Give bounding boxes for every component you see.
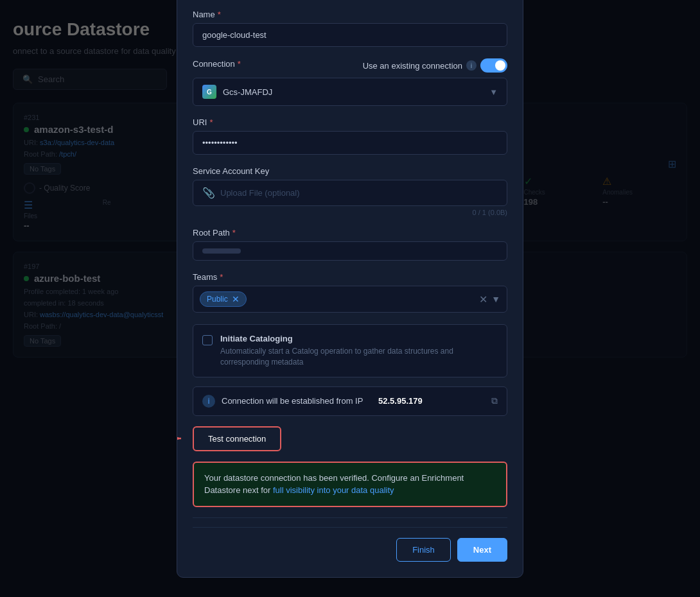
uri-input[interactable] [193,131,507,155]
connection-select-wrapper: G Gcs-JMAFDJ ▼ [193,78,507,106]
modal-footer: Finish Next [193,527,507,562]
ip-address: 52.5.95.179 [378,396,423,406]
modal-overlay: Name * Connection * Use an existing conn… [0,0,700,597]
connection-select[interactable]: G Gcs-JMAFDJ ▼ [193,78,507,106]
upload-area[interactable]: 📎 Upload File (optional) [193,180,507,206]
connection-row: Connection * Use an existing connection … [193,58,507,73]
initiate-title: Initiate Cataloging [220,334,498,343]
footer-divider [193,517,507,518]
teams-dropdown-icon[interactable]: ▼ [491,294,500,304]
ip-info-icon: i [202,395,215,408]
paperclip-icon: 📎 [202,187,215,199]
select-arrow-icon: ▼ [489,87,498,97]
test-connection-button[interactable]: Test connection [193,426,281,451]
teams-actions: ✕ ▼ [479,293,500,306]
info-icon[interactable]: i [466,60,477,71]
team-public-tag: Public ✕ [200,291,247,307]
root-path-input-display[interactable] [193,241,507,261]
arrow-indicator [177,429,186,448]
ip-info-box: i Connection will be established from IP… [193,386,507,416]
test-connection-row: Test connection [193,426,507,451]
name-required: * [218,10,221,19]
name-group: Name * [193,10,507,47]
uri-label: URI * [193,117,507,127]
ip-text-prefix: Connection will be established from IP [222,396,363,406]
root-path-label: Root Path * [193,228,507,238]
name-label: Name * [193,10,507,19]
finish-button[interactable]: Finish [396,538,451,562]
copy-icon[interactable]: ⧉ [491,395,498,406]
use-existing-label: Use an existing connection i [363,58,507,73]
connection-group: Connection * Use an existing connection … [193,58,507,106]
gcs-icon: G [202,85,216,99]
name-input[interactable] [193,23,507,47]
initiate-content: Initiate Cataloging Automatically start … [220,334,498,368]
teams-wrapper[interactable]: Public ✕ ✕ ▼ [193,286,507,313]
uri-group: URI * [193,117,507,155]
upload-size: 0 / 1 (0.0B) [193,209,507,216]
modal: Name * Connection * Use an existing conn… [177,0,523,578]
service-key-group: Service Account Key 📎 Upload File (optio… [193,166,507,216]
root-path-blur [202,248,241,254]
connection-label: Connection * [193,59,241,69]
service-key-label: Service Account Key [193,166,507,176]
team-remove-icon[interactable]: ✕ [232,294,240,304]
upload-placeholder: Upload File (optional) [220,188,300,198]
teams-label: Teams * [193,272,507,282]
initiate-cataloging-box: Initiate Cataloging Automatically start … [193,324,507,377]
initiate-desc: Automatically start a Catalog operation … [220,346,498,368]
next-button[interactable]: Next [457,538,507,562]
teams-clear-icon[interactable]: ✕ [479,293,487,306]
root-path-group: Root Path * [193,228,507,261]
success-text-link[interactable]: full visibility into your data quality [273,485,394,495]
uri-input-wrapper [193,131,507,155]
use-existing-toggle[interactable] [480,58,507,73]
teams-group: Teams * Public ✕ ✕ ▼ [193,272,507,313]
initiate-checkbox[interactable] [202,335,213,345]
success-message-box: Your datastore connection has been verif… [193,462,507,507]
